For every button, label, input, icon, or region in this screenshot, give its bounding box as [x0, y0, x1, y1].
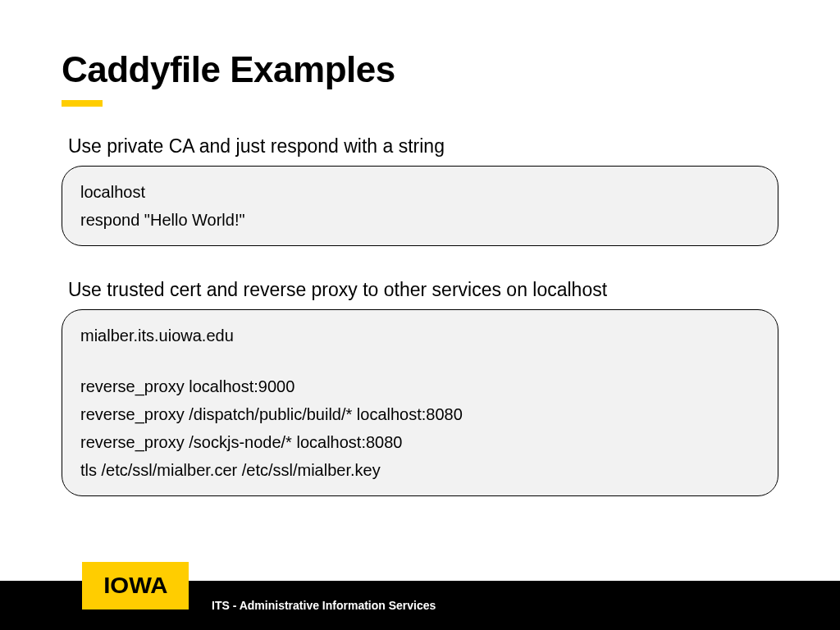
section-heading-1: Use private CA and just respond with a s…: [68, 135, 778, 158]
iowa-logo: IOWA: [82, 562, 189, 609]
code-line: tls /etc/ssl/mialber.cer /etc/ssl/mialbe…: [80, 456, 760, 484]
footer-dept-text: ITS - Administrative Information Service…: [212, 599, 436, 612]
accent-bar: [62, 100, 103, 107]
code-line: localhost: [80, 178, 760, 206]
code-box-1: localhost respond "Hello World!": [62, 166, 778, 246]
code-line: respond "Hello World!": [80, 206, 760, 234]
code-line: reverse_proxy /sockjs-node/* localhost:8…: [80, 428, 760, 456]
slide-title: Caddyfile Examples: [62, 49, 778, 90]
code-line: reverse_proxy localhost:9000: [80, 372, 760, 400]
section-heading-2: Use trusted cert and reverse proxy to ot…: [68, 279, 778, 301]
code-line: reverse_proxy /dispatch/public/build/* l…: [80, 400, 760, 428]
code-blank-line: [80, 349, 760, 372]
code-line: mialber.its.uiowa.edu: [80, 322, 760, 349]
code-box-2: mialber.its.uiowa.edu reverse_proxy loca…: [62, 309, 778, 496]
iowa-logo-text: IOWA: [103, 573, 167, 599]
